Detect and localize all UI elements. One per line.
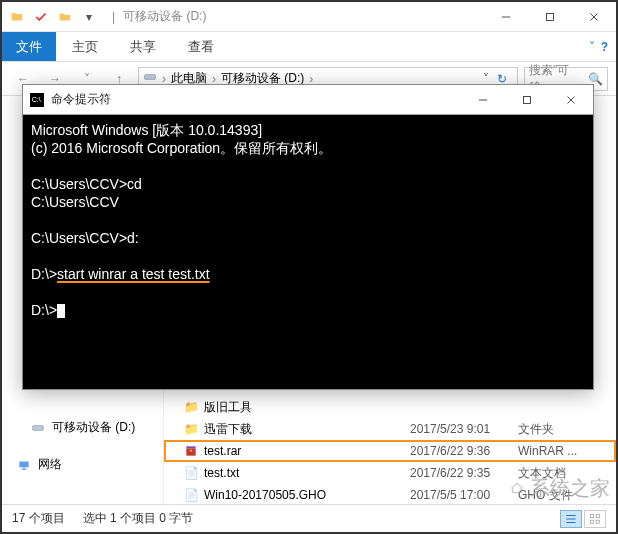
folder-icon: 📁 [182,400,200,414]
cmd-prompt: D:\> [31,302,57,318]
cmd-line: (c) 2016 Microsoft Corporation。保留所有权利。 [31,140,332,156]
cmd-cursor [57,304,65,318]
svg-rect-4 [190,450,192,452]
file-row[interactable]: 📁 版旧工具 [164,396,616,418]
status-item-count: 17 个项目 [12,510,65,527]
titlebar: ▾ | 可移动设备 (D:) [2,2,616,32]
svg-rect-3 [19,461,28,467]
file-date: 2017/5/5 17:00 [410,488,518,502]
sidebar-item-drive[interactable]: 可移动设备 (D:) [2,416,163,439]
svg-rect-2 [33,425,44,430]
maximize-button[interactable] [528,2,572,32]
svg-rect-11 [524,96,531,103]
divider: | [112,10,115,24]
file-date: 2017/6/22 9:35 [410,466,518,480]
ribbon-expand-icon[interactable]: ˅ [589,40,595,54]
status-bar: 17 个项目 选中 1 个项目 0 字节 [2,504,616,532]
folder-icon: 📁 [182,422,200,436]
cmd-body[interactable]: Microsoft Windows [版本 10.0.14393] (c) 20… [23,115,593,389]
file-name: 版旧工具 [200,399,410,416]
cmd-maximize-button[interactable] [505,85,549,115]
cmd-line: C:\Users\CCV>d: [31,230,139,246]
help-icon[interactable]: ? [601,40,608,54]
file-name: test.txt [200,466,410,480]
gho-file-icon: 📄 [182,488,200,502]
cmd-close-button[interactable] [549,85,593,115]
drive-icon [30,420,46,436]
svg-rect-5 [590,514,594,518]
cmd-title-label: 命令提示符 [51,91,111,108]
cmd-line: Microsoft Windows [版本 10.0.14393] [31,122,262,138]
sidebar-item-label: 网络 [38,456,62,473]
archive-icon [182,444,200,458]
cmd-titlebar[interactable]: C:\ 命令提示符 [23,85,593,115]
network-icon [16,457,32,473]
watermark-text: 系统之家 [530,475,610,502]
folder-icon [6,6,28,28]
view-details-button[interactable] [560,510,582,528]
ribbon-tab-view[interactable]: 查看 [172,32,230,61]
cmd-line: C:\Users\CCV [31,194,119,210]
minimize-button[interactable] [484,2,528,32]
file-date: 2017/5/23 9:01 [410,422,518,436]
svg-rect-7 [590,520,594,524]
close-button[interactable] [572,2,616,32]
sidebar-item-label: 可移动设备 (D:) [52,419,135,436]
check-icon [30,6,52,28]
ribbon-tab-share[interactable]: 共享 [114,32,172,61]
status-selection: 选中 1 个项目 0 字节 [83,510,194,527]
svg-rect-1 [145,75,156,80]
cmd-command-highlighted: start winrar a test test.txt [57,266,210,282]
cmd-icon: C:\ [23,93,51,107]
file-row[interactable]: 📁 迅雷下载 2017/5/23 9:01 文件夹 [164,418,616,440]
ribbon-tab-home[interactable]: 主页 [56,32,114,61]
folder-small-icon [54,6,76,28]
qat-dropdown-icon[interactable]: ▾ [78,6,100,28]
file-date: 2017/6/22 9:36 [410,444,518,458]
cmd-prompt: D:\> [31,266,57,282]
file-row[interactable]: test.rar 2017/6/22 9:36 WinRAR ... [164,440,616,462]
svg-rect-0 [547,13,554,20]
cmd-line: C:\Users\CCV>cd [31,176,142,192]
svg-rect-6 [596,514,600,518]
file-name: 迅雷下载 [200,421,410,438]
file-name: Win10-20170505.GHO [200,488,410,502]
file-type: WinRAR ... [518,444,616,458]
window-title: 可移动设备 (D:) [123,8,206,25]
ribbon: 文件 主页 共享 查看 ˅ ? [2,32,616,62]
watermark-icon [510,477,524,500]
file-type: 文件夹 [518,421,616,438]
cmd-window: C:\ 命令提示符 Microsoft Windows [版本 10.0.143… [22,84,594,390]
ribbon-file-tab[interactable]: 文件 [2,32,56,61]
view-icons-button[interactable] [584,510,606,528]
watermark: 系统之家 [510,475,610,502]
svg-rect-8 [596,520,600,524]
svg-text:C:\: C:\ [32,96,41,103]
file-name: test.rar [200,444,410,458]
text-file-icon: 📄 [182,466,200,480]
sidebar-item-network[interactable]: 网络 [2,453,163,476]
cmd-minimize-button[interactable] [461,85,505,115]
